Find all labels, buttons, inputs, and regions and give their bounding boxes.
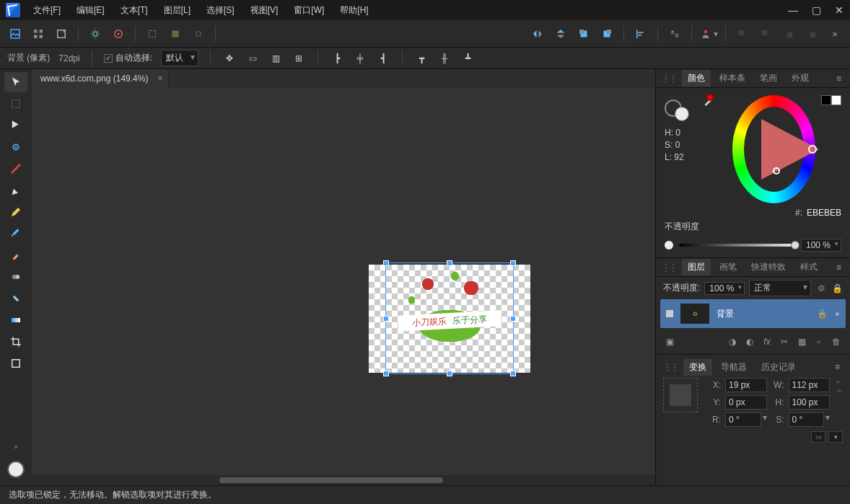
r-input[interactable]: 0 °: [725, 412, 761, 427]
tab-color[interactable]: 颜色: [682, 70, 711, 87]
tab-history[interactable]: 历史记录: [755, 359, 802, 376]
order-front-icon[interactable]: [802, 25, 821, 43]
transform-origin-icon[interactable]: ⊞: [292, 51, 306, 66]
autoselect-checkbox[interactable]: ✓自动选择:: [104, 52, 152, 64]
panel-menu-icon[interactable]: ≡: [832, 362, 843, 372]
gradient-tool[interactable]: [4, 310, 27, 330]
align-pixel-icon[interactable]: ▭: [811, 431, 825, 443]
snap-all-icon[interactable]: [143, 25, 162, 43]
panel-menu-icon[interactable]: ≡: [833, 74, 844, 84]
arrange-grid-icon[interactable]: [29, 25, 48, 43]
persona-photo-icon[interactable]: [6, 25, 25, 43]
pen-tool[interactable]: [4, 180, 27, 200]
distribute-icon[interactable]: [665, 25, 684, 43]
dock-grip-icon[interactable]: ⋮⋮: [662, 262, 676, 273]
flip-v-icon[interactable]: [551, 25, 570, 43]
pencil-tool[interactable]: [4, 202, 27, 222]
sl-handle[interactable]: [773, 167, 780, 174]
horizontal-scrollbar[interactable]: [32, 475, 655, 485]
marquee-tool[interactable]: [4, 94, 27, 114]
tab-navigator[interactable]: 导航器: [715, 359, 753, 376]
tab-stroke[interactable]: 笔画: [754, 70, 783, 87]
anchor-widget[interactable]: [663, 378, 698, 412]
heal-tool[interactable]: [4, 288, 27, 309]
hex-value[interactable]: EBEBEB: [807, 208, 841, 218]
delete-layer-icon[interactable]: 🗑: [830, 335, 843, 348]
toolbar-overflow-icon[interactable]: »: [825, 25, 844, 43]
order-back-icon[interactable]: [733, 25, 752, 43]
tab-appearance[interactable]: 外观: [786, 70, 815, 87]
layer-lock-icon[interactable]: 🔒: [817, 309, 828, 319]
s-dropdown-icon[interactable]: ▾: [825, 412, 830, 427]
dock-grip-icon[interactable]: ⋮⋮: [662, 74, 676, 84]
snap-pixel-icon[interactable]: [189, 25, 208, 43]
lock-icon[interactable]: 🔒: [831, 283, 843, 293]
prefs-icon[interactable]: [86, 25, 105, 43]
tab-layers[interactable]: 图层: [682, 259, 711, 275]
new-layer-icon[interactable]: ▫: [812, 335, 825, 348]
mask-icon[interactable]: ◑: [726, 335, 739, 348]
menu-view[interactable]: 视图[V]: [250, 4, 279, 17]
panel-menu-icon[interactable]: ≡: [833, 262, 844, 273]
align-r-icon[interactable]: ┫: [376, 51, 390, 66]
new-pixel-layer-icon[interactable]: ▦: [795, 335, 808, 348]
menu-edit[interactable]: 编辑[E]: [76, 4, 105, 17]
tab-swatches[interactable]: 样本条: [714, 70, 751, 87]
snap-edge-icon[interactable]: [166, 25, 185, 43]
canvas-area[interactable]: 小刀娱乐乐于分享: [32, 88, 655, 475]
layer-opacity-value[interactable]: 100 %: [704, 282, 745, 295]
move-origin-icon[interactable]: ✥: [222, 51, 237, 66]
eyedropper-tool[interactable]: [4, 245, 27, 265]
gear-icon[interactable]: ⚙: [815, 283, 827, 293]
layer-row[interactable]: ✿ 背景 🔒 ●: [660, 299, 846, 328]
hue-handle[interactable]: [808, 145, 817, 154]
close-tab-icon[interactable]: ×: [157, 74, 162, 84]
dock-grip-icon[interactable]: ⋮⋮: [663, 362, 678, 372]
swatch-selector[interactable]: [665, 95, 696, 124]
menu-help[interactable]: 帮助[H]: [340, 4, 368, 17]
resize-doc-icon[interactable]: [52, 25, 71, 43]
tab-brushes[interactable]: 画笔: [714, 259, 742, 275]
s-input[interactable]: 0 °: [789, 412, 825, 427]
window-close-icon[interactable]: ✕: [834, 4, 844, 16]
eyedropper-icon[interactable]: [702, 95, 712, 108]
tab-transform[interactable]: 变换: [683, 359, 712, 376]
align-l-icon[interactable]: ┣: [330, 51, 344, 66]
tab-styles[interactable]: 样式: [794, 259, 823, 275]
link-wh-icon[interactable]: ⌐⌙: [837, 378, 843, 394]
align-c-icon[interactable]: ╪: [353, 51, 367, 66]
order-forward-icon[interactable]: [779, 25, 798, 43]
bw-swatches[interactable]: [821, 95, 841, 105]
w-input[interactable]: 112 px: [789, 378, 831, 392]
brush-tool[interactable]: [4, 224, 27, 244]
assistant-icon[interactable]: ▾: [699, 25, 718, 43]
blend-mode-dropdown[interactable]: 正常: [749, 280, 811, 296]
r-dropdown-icon[interactable]: ▾: [763, 412, 767, 427]
opacity-slider[interactable]: [679, 244, 795, 247]
crop-tool[interactable]: [4, 159, 27, 179]
shape-tool[interactable]: [4, 353, 27, 373]
window-maximize-icon[interactable]: ▢: [811, 4, 821, 16]
menu-select[interactable]: 选择[S]: [206, 4, 235, 17]
tools-expand-icon[interactable]: »: [14, 443, 18, 451]
node-tool[interactable]: [4, 115, 27, 136]
crop-layer-icon[interactable]: ✂: [778, 335, 791, 348]
layer-group-icon[interactable]: ▣: [663, 335, 676, 348]
align-left-icon[interactable]: [631, 25, 650, 43]
move-tool[interactable]: [4, 72, 27, 92]
rotate-cw-icon[interactable]: [597, 25, 616, 43]
menu-window[interactable]: 窗口[W]: [294, 4, 324, 17]
x-input[interactable]: 19 px: [725, 378, 767, 392]
tab-fx[interactable]: 快速特效: [745, 259, 792, 275]
window-minimize-icon[interactable]: —: [788, 4, 798, 16]
align-t-icon[interactable]: ┳: [414, 51, 429, 66]
color-wheel[interactable]: [732, 95, 815, 203]
align-dropdown-icon[interactable]: ▾: [828, 431, 843, 443]
color-swatch[interactable]: [7, 461, 25, 478]
layer-visibility-icon[interactable]: ●: [835, 309, 840, 319]
flip-h-icon[interactable]: [528, 25, 547, 43]
layer-select-checkbox[interactable]: [666, 310, 673, 317]
hide-selection-icon[interactable]: ▭: [245, 51, 260, 66]
clone-tool[interactable]: [4, 267, 27, 287]
align-m-icon[interactable]: ╫: [437, 51, 452, 66]
